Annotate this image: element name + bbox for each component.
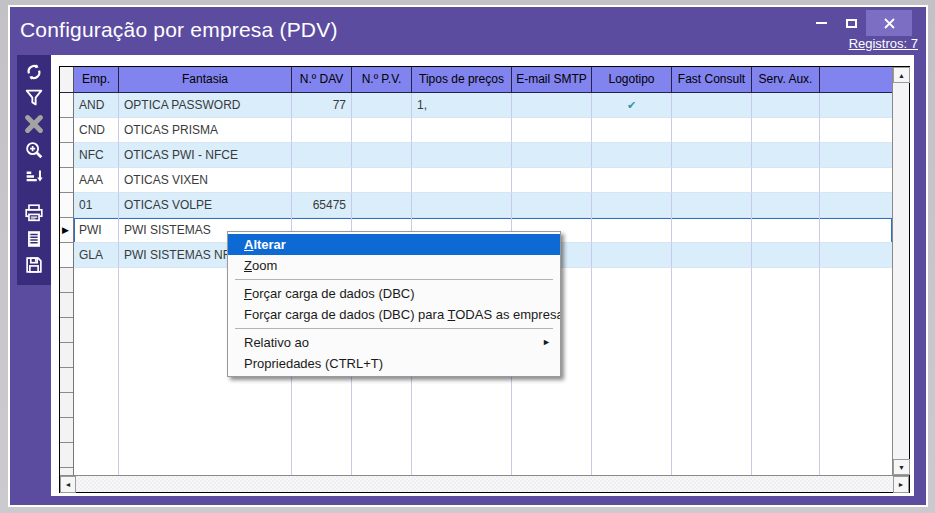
cell-tipos [412, 143, 512, 168]
maximize-button[interactable] [836, 10, 866, 36]
header-tipos[interactable]: Tipos de preços [412, 67, 512, 92]
filter-button[interactable] [21, 86, 47, 110]
minimize-button[interactable] [806, 10, 836, 36]
cell-fast [672, 193, 752, 218]
cell-email [512, 93, 592, 118]
header-serv[interactable]: Serv. Aux. [752, 67, 820, 92]
desktop-frame: Configuração por empresa (PDV) Registros… [0, 0, 935, 513]
row-selector [60, 193, 74, 218]
save-button[interactable] [21, 253, 47, 277]
header-selector [60, 67, 74, 92]
printer-icon [23, 202, 45, 224]
cell-logotipo [592, 193, 672, 218]
cell-npv [352, 193, 412, 218]
horizontal-scroll-track[interactable] [76, 476, 893, 492]
sort-desc-icon [23, 165, 45, 187]
cell-logotipo [592, 118, 672, 143]
cell-email [512, 143, 592, 168]
submenu-arrow-icon: ► [542, 332, 551, 353]
scroll-right-button[interactable]: ► [893, 476, 909, 493]
row-selector [60, 118, 74, 143]
toolbar-panel [17, 55, 51, 285]
cell-ndav [292, 168, 352, 193]
cell-emp: GLA [74, 243, 119, 268]
scroll-down-button[interactable]: ▼ [893, 459, 910, 475]
cell-serv [752, 143, 820, 168]
scroll-left-icon: ◄ [65, 481, 72, 488]
table-row[interactable]: AND OPTICA PASSWORD 77 1, ✔ [60, 93, 892, 118]
scroll-up-button[interactable]: ▲ [893, 67, 910, 83]
context-menu: Alterar Zoom Forçar carga de dados (DBC)… [227, 231, 561, 377]
table-row[interactable]: CND OTICAS PRISMA [60, 118, 892, 143]
menu-item-zoom[interactable]: Zoom [228, 255, 560, 276]
cell-emp: AAA [74, 168, 119, 193]
menu-item-alterar[interactable]: Alterar [228, 234, 560, 255]
cell-tipos [412, 118, 512, 143]
cell-filler [820, 93, 892, 118]
cell-npv [352, 143, 412, 168]
header-email[interactable]: E-mail SMTP [512, 67, 592, 92]
table-row[interactable]: 01 OTICAS VOLPE 65475 [60, 193, 892, 218]
cell-fast [672, 118, 752, 143]
selector-column-filler [60, 268, 74, 475]
table-row[interactable]: NFC OTICAS PWI - NFCE [60, 143, 892, 168]
scroll-left-button[interactable]: ◄ [60, 476, 76, 493]
cancel-filter-button[interactable] [21, 112, 47, 136]
refresh-button[interactable] [21, 60, 47, 84]
cell-filler [820, 193, 892, 218]
menu-item-forcar-carga[interactable]: Forçar carga de dados (DBC) [228, 283, 560, 304]
menu-separator [235, 328, 553, 329]
maximize-icon [846, 19, 857, 28]
titlebar: Configuração por empresa (PDV) Registros… [10, 7, 926, 55]
zoom-button[interactable] [21, 138, 47, 162]
cell-fast [672, 143, 752, 168]
cell-emp: AND [74, 93, 119, 118]
registros-link[interactable]: Registros: 7 [849, 36, 918, 51]
header-npv[interactable]: N.º P.V. [352, 67, 412, 92]
row-selector [60, 243, 74, 268]
vertical-scrollbar[interactable]: ▲ ▼ [892, 67, 909, 475]
close-button[interactable] [866, 10, 912, 36]
cell-emp: PWI [74, 218, 119, 243]
header-emp[interactable]: Emp. [74, 67, 119, 92]
cell-emp: CND [74, 118, 119, 143]
table-row[interactable]: AAA OTICAS VIXEN [60, 168, 892, 193]
report-button[interactable] [21, 227, 47, 251]
toolbar [17, 55, 51, 496]
cell-logotipo [592, 143, 672, 168]
cell-serv [752, 193, 820, 218]
header-fast[interactable]: Fast Consult [672, 67, 752, 92]
row-selector-current: ▶ [60, 218, 74, 243]
cell-npv [352, 93, 412, 118]
menu-item-relativo-ao[interactable]: Relativo ao ► [228, 332, 560, 353]
cell-filler [820, 118, 892, 143]
cell-fast [672, 93, 752, 118]
cancel-icon [23, 113, 45, 135]
row-selector [60, 168, 74, 193]
app-window: Configuração por empresa (PDV) Registros… [8, 5, 928, 507]
horizontal-scrollbar[interactable]: ◄ ► [60, 475, 909, 492]
cell-logotipo [592, 218, 672, 243]
print-button[interactable] [21, 201, 47, 225]
close-icon [884, 18, 895, 29]
cell-fast [672, 168, 752, 193]
scroll-right-icon: ► [898, 481, 905, 488]
content-area: Emp. Fantasia N.º DAV N.º P.V. Tipos de … [51, 55, 914, 496]
cell-emp: NFC [74, 143, 119, 168]
window-controls [806, 10, 912, 36]
report-icon [23, 228, 45, 250]
row-selector [60, 93, 74, 118]
cell-serv [752, 243, 820, 268]
header-logotipo[interactable]: Logotipo [592, 67, 672, 92]
header-filler [820, 67, 892, 92]
header-ndav[interactable]: N.º DAV [292, 67, 352, 92]
menu-item-propriedades[interactable]: Propriedades (CTRL+T) [228, 353, 560, 374]
zoom-icon [23, 139, 45, 161]
cell-fantasia: OTICAS VIXEN [119, 168, 292, 193]
cell-filler [820, 218, 892, 243]
cell-ndav: 65475 [292, 193, 352, 218]
menu-item-forcar-carga-todas[interactable]: Forçar carga de dados (DBC) para TODAS a… [228, 304, 560, 325]
header-fantasia[interactable]: Fantasia [119, 67, 292, 92]
sort-button[interactable] [21, 164, 47, 188]
cell-serv [752, 118, 820, 143]
